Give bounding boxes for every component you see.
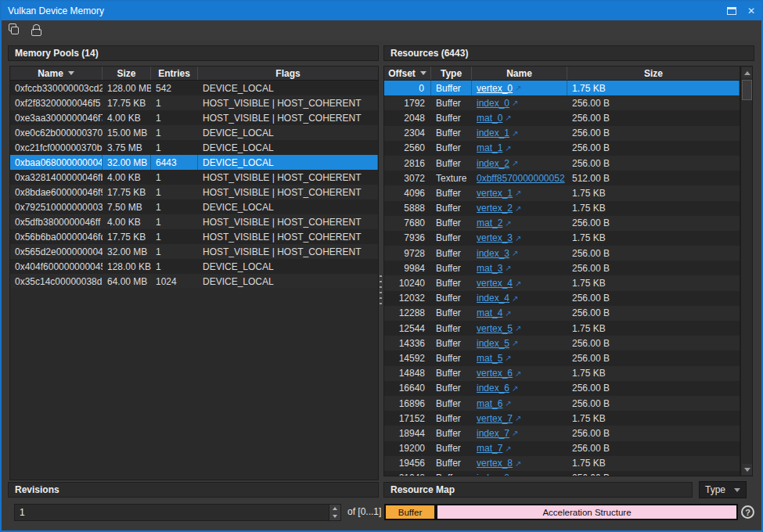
help-icon[interactable]: ? xyxy=(741,505,754,519)
resource-row[interactable]: 18944 Buffer index_7 ↗ 256.00 B xyxy=(384,426,740,440)
resource-link[interactable]: vertex_4 xyxy=(477,278,513,289)
resource-row[interactable]: 4096 Buffer vertex_1 ↗ 1.75 KB xyxy=(384,185,740,200)
column-header-flags[interactable]: Flags xyxy=(198,66,378,80)
restore-window-icon[interactable] xyxy=(727,7,736,15)
resource-link[interactable]: index_3 xyxy=(477,248,509,259)
goto-resource-icon[interactable]: ↗ xyxy=(512,129,518,138)
memory-pool-row[interactable]: 0xfccb330000003cd2 128.00 MB 542 DEVICE_… xyxy=(10,81,378,95)
resource-link[interactable]: vertex_7 xyxy=(477,413,513,424)
resource-row[interactable]: 14336 Buffer index_5 ↗ 256.00 B xyxy=(384,336,740,350)
resource-link[interactable]: index_5 xyxy=(477,338,509,349)
goto-resource-icon[interactable]: ↗ xyxy=(512,159,518,167)
goto-resource-icon[interactable]: ↗ xyxy=(512,429,518,437)
goto-resource-icon[interactable]: ↗ xyxy=(512,249,518,257)
resource-link[interactable]: index_7 xyxy=(477,428,509,439)
resource-row[interactable]: 5888 Buffer vertex_2 ↗ 1.75 KB xyxy=(384,201,740,216)
column-header-size[interactable]: Size xyxy=(103,66,151,80)
resource-link[interactable]: vertex_5 xyxy=(477,323,513,334)
resource-row[interactable]: 21248 Buffer index_8 ↗ 256.00 B xyxy=(384,471,740,476)
resource-link[interactable]: mat_4 xyxy=(477,307,502,318)
resource-link[interactable]: vertex_0 xyxy=(477,83,513,94)
resource-row[interactable]: 14848 Buffer vertex_6 ↗ 1.75 KB xyxy=(384,366,740,381)
resource-row[interactable]: 12544 Buffer vertex_5 ↗ 1.75 KB xyxy=(384,321,740,336)
resource-row[interactable]: 12032 Buffer index_4 ↗ 256.00 B xyxy=(384,291,740,306)
resource-row[interactable]: 14592 Buffer mat_5 ↗ 256.00 B xyxy=(384,350,740,365)
goto-resource-icon[interactable]: ↗ xyxy=(515,324,521,332)
resource-link[interactable]: index_4 xyxy=(477,293,509,304)
goto-resource-icon[interactable]: ↗ xyxy=(512,339,518,347)
resource-link[interactable]: index_8 xyxy=(477,473,509,476)
goto-resource-icon[interactable]: ↗ xyxy=(505,264,511,272)
goto-resource-icon[interactable]: ↗ xyxy=(515,414,521,422)
goto-resource-icon[interactable]: ↗ xyxy=(515,279,521,288)
goto-resource-icon[interactable]: ↗ xyxy=(515,84,521,92)
resource-row[interactable]: 7680 Buffer mat_2 ↗ 256.00 B xyxy=(384,216,740,231)
memory-pool-row[interactable]: 0x56b6ba00000046fd 17.75 KB 1 HOST_VISIB… xyxy=(10,229,378,244)
goto-resource-icon[interactable]: ↗ xyxy=(515,189,521,197)
goto-resource-icon[interactable]: ↗ xyxy=(505,219,511,228)
memory-pool-row[interactable]: 0xc21fcf000000370b 3.75 MB 1 DEVICE_LOCA… xyxy=(10,140,378,155)
resource-row[interactable]: 19456 Buffer vertex_8 ↗ 1.75 KB xyxy=(384,456,740,471)
resource-link[interactable]: vertex_3 xyxy=(477,232,513,243)
goto-resource-icon[interactable]: ↗ xyxy=(512,384,518,393)
memory-pool-row[interactable]: 0x565d2e000000004b 32.00 MB 1 HOST_VISIB… xyxy=(10,244,378,259)
scroll-up-icon[interactable] xyxy=(742,67,752,78)
resource-link[interactable]: 0xbff8570000000052 xyxy=(477,173,565,184)
column-header-entries[interactable]: Entries xyxy=(151,66,198,80)
resources-scrollbar[interactable] xyxy=(740,66,753,476)
column-header-offset[interactable]: Offset xyxy=(384,66,431,80)
revision-input[interactable] xyxy=(15,507,329,518)
resource-link[interactable]: mat_1 xyxy=(477,142,502,153)
column-header-name[interactable]: Name xyxy=(472,66,567,80)
resource-link[interactable]: mat_6 xyxy=(477,398,502,409)
memory-pool-row[interactable]: 0x8bdae600000046f9 17.75 KB 1 HOST_VISIB… xyxy=(10,185,378,200)
memory-pool-row[interactable]: 0xe3aa3000000046f7 4.00 KB 1 HOST_VISIBL… xyxy=(10,110,378,125)
memory-pool-row[interactable]: 0xf2f83200000046f5 17.75 KB 1 HOST_VISIB… xyxy=(10,95,378,110)
goto-resource-icon[interactable]: ↗ xyxy=(505,354,511,362)
resource-link[interactable]: vertex_1 xyxy=(477,188,513,199)
resource-row[interactable]: 7936 Buffer vertex_3 ↗ 1.75 KB xyxy=(384,231,740,246)
resource-row[interactable]: 2560 Buffer mat_1 ↗ 256.00 B xyxy=(384,141,740,156)
memory-pool-row[interactable]: 0xbaa068000000004d 32.00 MB 6443 DEVICE_… xyxy=(10,155,378,170)
map-segment[interactable]: Acceleration Structure xyxy=(437,505,736,519)
panel-splitter-handle[interactable] xyxy=(380,275,382,308)
resource-link[interactable]: index_1 xyxy=(477,128,509,138)
goto-resource-icon[interactable]: ↗ xyxy=(505,144,511,153)
scroll-down-icon[interactable] xyxy=(742,464,752,475)
goto-resource-icon[interactable]: ↗ xyxy=(515,369,521,378)
lock-icon[interactable] xyxy=(30,23,44,38)
memory-pool-row[interactable]: 0x35c14c00000038d1 64.00 MB 1024 DEVICE_… xyxy=(10,274,378,289)
resource-link[interactable]: mat_7 xyxy=(477,443,502,454)
spin-up-icon[interactable] xyxy=(329,505,340,512)
resource-link[interactable]: vertex_6 xyxy=(477,368,513,379)
map-filter-dropdown[interactable]: Type xyxy=(699,481,747,498)
spin-down-icon[interactable] xyxy=(329,512,340,520)
goto-resource-icon[interactable]: ↗ xyxy=(515,204,521,213)
resource-link[interactable]: mat_0 xyxy=(477,113,502,124)
close-icon[interactable]: ✕ xyxy=(747,6,755,16)
goto-resource-icon[interactable]: ↗ xyxy=(515,234,521,243)
goto-resource-icon[interactable]: ↗ xyxy=(512,99,518,107)
resource-row[interactable]: 3072 Texture 0xbff8570000000052 ↗ 512.00… xyxy=(384,171,740,185)
resource-row[interactable]: 12288 Buffer mat_4 ↗ 256.00 B xyxy=(384,306,740,321)
goto-resource-icon[interactable]: ↗ xyxy=(505,113,511,122)
resource-link[interactable]: index_6 xyxy=(477,383,509,394)
resource-link[interactable]: index_2 xyxy=(477,158,509,169)
resource-link[interactable]: mat_2 xyxy=(477,217,502,228)
resource-link[interactable]: index_0 xyxy=(477,98,509,109)
column-header-size[interactable]: Size xyxy=(567,66,740,80)
goto-resource-icon[interactable]: ↗ xyxy=(512,474,518,476)
resource-row[interactable]: 2048 Buffer mat_0 ↗ 256.00 B xyxy=(384,110,740,125)
column-header-type[interactable]: Type xyxy=(431,66,472,80)
title-bar[interactable]: Vulkan Device Memory ✕ xyxy=(2,2,761,20)
resource-row[interactable]: 1792 Buffer index_0 ↗ 256.00 B xyxy=(384,95,740,110)
goto-resource-icon[interactable]: ↗ xyxy=(512,294,518,303)
scrollbar-thumb[interactable] xyxy=(742,80,752,100)
clone-window-icon[interactable] xyxy=(8,23,22,38)
resource-row[interactable]: 17152 Buffer vertex_7 ↗ 1.75 KB xyxy=(384,411,740,426)
goto-resource-icon[interactable]: ↗ xyxy=(515,459,521,468)
resource-row[interactable]: 16640 Buffer index_6 ↗ 256.00 B xyxy=(384,381,740,396)
memory-pool-row[interactable]: 0xe0c62b0000003707 15.00 MB 1 DEVICE_LOC… xyxy=(10,125,378,140)
resource-link[interactable]: mat_3 xyxy=(477,263,502,274)
resource-row[interactable]: 9728 Buffer index_3 ↗ 256.00 B xyxy=(384,246,740,261)
